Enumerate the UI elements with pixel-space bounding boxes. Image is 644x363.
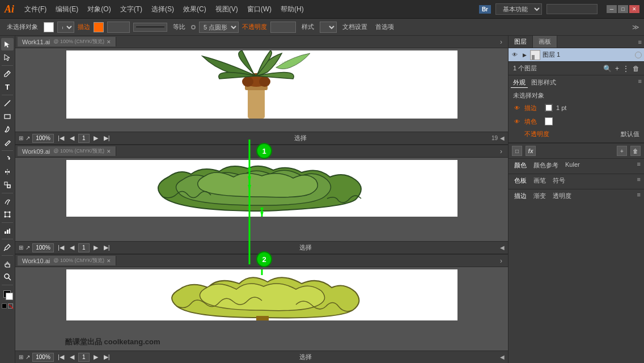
prev-page-1[interactable]: |◀ [56, 134, 66, 142]
color-tab-3[interactable]: Kuler [563, 161, 582, 170]
toolbar-options-icon[interactable]: ≫ [632, 23, 639, 31]
doc-tab-arrow-right-2[interactable]: › [497, 147, 506, 155]
menu-help[interactable]: 帮助(H) [277, 3, 307, 15]
zoom-input-2[interactable] [32, 243, 54, 252]
canvas-inner-3[interactable] [66, 269, 457, 320]
doc-settings-button[interactable]: 文档设置 [340, 22, 370, 32]
doc-tab-work11[interactable]: Work11.ai @ 100% (CMYK/预览) ✕ [18, 37, 116, 47]
opacity-input[interactable]: 100% [270, 22, 296, 33]
zoom-input-3[interactable] [32, 353, 54, 362]
scale-tool[interactable] [1, 179, 14, 191]
doc-icon-2b[interactable]: ↗ [26, 244, 30, 251]
layer-target-circle[interactable] [635, 52, 642, 58]
scroll-right-2[interactable]: ◀ [500, 244, 505, 251]
opacity-visibility-eye[interactable] [513, 130, 521, 138]
swatch-tab-2[interactable]: 画笔 [531, 176, 548, 185]
free-transform-tool[interactable] [1, 208, 14, 221]
next-page-2[interactable]: ▶| [102, 243, 112, 252]
close-button[interactable]: ✕ [629, 5, 639, 13]
menu-object[interactable]: 对象(O) [84, 3, 114, 15]
style-select[interactable] [320, 22, 337, 33]
none-swatch[interactable] [8, 303, 13, 309]
search-input[interactable] [546, 4, 598, 14]
color-tab-1[interactable]: 颜色 [512, 161, 529, 170]
maximize-button[interactable]: □ [618, 5, 628, 13]
fx-icon[interactable]: fx [526, 146, 536, 156]
artboard-tab[interactable]: 画板 [533, 36, 557, 48]
preferences-button[interactable]: 首选项 [373, 22, 396, 32]
graphic-styles-tab[interactable]: 图形样式 [529, 78, 558, 88]
direct-selection-tool[interactable] [1, 51, 14, 64]
menu-file[interactable]: 文件(F) [21, 3, 50, 15]
layer-search-icon[interactable]: 🔍 [603, 65, 612, 73]
doc-tab-work10[interactable]: Work10.ai @ 100% (CMYK/预览) ✕ [18, 256, 116, 265]
stroke-width-input[interactable]: 1 pt [107, 22, 130, 33]
doc-icon-3b[interactable]: ↗ [26, 354, 30, 360]
bridge-button[interactable]: Br [479, 5, 491, 14]
prev-1[interactable]: ◀ [68, 134, 76, 142]
page-input-1[interactable] [78, 134, 90, 143]
menu-text[interactable]: 文字(T) [117, 3, 146, 15]
layer-expand-toggle[interactable]: ▶ [521, 52, 528, 58]
object-type-select[interactable]: ▭ [57, 22, 74, 33]
stroke-visibility-eye[interactable]: 👁 [513, 104, 521, 112]
layer-visibility-toggle[interactable]: 👁 [511, 51, 519, 59]
swatch-tab-3[interactable]: 符号 [550, 176, 567, 185]
rectangle-tool[interactable] [1, 110, 14, 123]
next-3[interactable]: ▶ [92, 353, 100, 361]
doc-tab-arrow-right[interactable]: › [497, 38, 506, 46]
fill-visibility-eye[interactable]: 👁 [513, 117, 521, 125]
doc-icon-2a[interactable]: ⊞ [19, 244, 23, 251]
doc-tab-work09[interactable]: Work09.ai @ 100% (CMYK/预览) ✕ [18, 146, 116, 156]
pencil-tool[interactable] [1, 136, 14, 149]
layers-tab[interactable]: 图层 [509, 36, 533, 48]
doc-icon-1a[interactable]: ⊞ [19, 135, 23, 141]
appearance-tab[interactable]: 外观 [511, 78, 528, 88]
scroll-right-3[interactable]: ◀ [500, 354, 505, 360]
prev-3[interactable]: ◀ [68, 353, 76, 361]
doc-close-2[interactable]: ✕ [107, 149, 111, 154]
zoom-input-1[interactable] [32, 134, 54, 143]
stroke-options-icon[interactable]: ≡ [637, 191, 641, 201]
hand-tool[interactable] [1, 258, 14, 270]
stroke-tab-1[interactable]: 描边 [512, 191, 529, 201]
next-page-1[interactable]: ▶| [102, 134, 112, 142]
page-input-3[interactable] [78, 353, 90, 362]
prev-page-3[interactable]: |◀ [56, 353, 66, 361]
prev-2[interactable]: ◀ [68, 243, 76, 252]
next-page-3[interactable]: ▶| [102, 353, 112, 361]
doc-close-3[interactable]: ✕ [107, 258, 111, 264]
warp-tool[interactable] [1, 195, 14, 208]
mirror-tool[interactable] [1, 166, 14, 178]
pen-tool[interactable] [1, 67, 14, 80]
swatch-tab-1[interactable]: 色板 [512, 176, 529, 185]
chart-tool[interactable] [1, 225, 14, 237]
doc-icon-1b[interactable]: ↗ [26, 135, 30, 141]
panel-delete-icon[interactable]: 🗑 [630, 146, 641, 156]
dot-shape-select[interactable]: 5 点圆形 [199, 22, 239, 33]
stroke-color-swatch[interactable] [94, 22, 104, 32]
rotate-tool[interactable] [1, 153, 14, 165]
menu-select[interactable]: 选择(S) [148, 3, 177, 15]
canvas-inner-1[interactable] [66, 50, 457, 119]
right-panel-options[interactable]: ≡ [636, 39, 644, 45]
fill-color-preview[interactable] [545, 117, 553, 125]
eyedropper-tool[interactable] [1, 241, 14, 254]
background-swatch[interactable] [6, 293, 13, 300]
black-swatch[interactable] [2, 303, 7, 309]
minimize-button[interactable]: ─ [607, 5, 617, 13]
next-1[interactable]: ▶ [92, 134, 100, 142]
line-tool[interactable] [1, 97, 14, 109]
fill-color-swatch[interactable] [44, 22, 54, 32]
menu-window[interactable]: 窗口(W) [244, 3, 275, 15]
color-tab-2[interactable]: 颜色参考 [531, 161, 561, 170]
stroke-tab-2[interactable]: 渐变 [531, 191, 548, 201]
appearance-options-icon[interactable]: ≡ [638, 78, 642, 88]
paintbrush-tool[interactable] [1, 123, 14, 136]
doc-tab-arrow-right-3[interactable]: › [497, 257, 506, 265]
doc-close-1[interactable]: ✕ [107, 39, 111, 45]
layer-options-icon[interactable]: ⋮ [622, 65, 629, 73]
selection-tool[interactable] [1, 38, 14, 50]
prev-page-2[interactable]: |◀ [56, 243, 66, 252]
page-input-2[interactable] [78, 243, 90, 252]
